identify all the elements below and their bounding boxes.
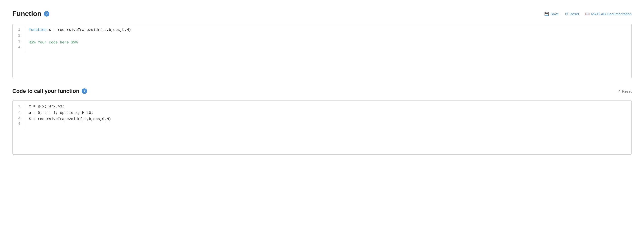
function-line-2 [29,33,626,40]
call-code-editor: 1 2 3 4 f = @(x) 4*x.^3; a = 0; b = 1; e… [12,101,632,132]
call-line-number-4: 4 [16,121,20,127]
call-line-3: S = recursiveTrapezoid(f,a,b,eps,0,M) [29,116,626,123]
function-line-3: %%% Your code here %%% [29,40,626,46]
call-reset-icon [617,89,620,94]
header-actions: Save Reset MATLAB Documentation [544,12,632,16]
header-left: Function ? [12,10,49,18]
keyword-function: function [29,28,47,32]
call-line-2: a = 0; b = 1; eps=1e-4; M=10; [29,110,626,116]
call-section-header-left: Code to call your function ? [12,88,87,94]
page-title: Function [12,10,42,18]
call-line-1: f = @(x) 4*x.^3; [29,104,626,110]
function-line-1: function s = recursiveTrapezoid(f,a,b,ep… [29,27,626,33]
call-line-number-3: 3 [16,115,20,121]
line-number-2: 2 [16,33,20,39]
save-icon [544,12,549,16]
matlab-documentation-button[interactable]: MATLAB Documentation [585,12,632,16]
function-help-icon[interactable]: ? [44,11,49,17]
function-code-content: function s = recursiveTrapezoid(f,a,b,ep… [24,27,632,52]
call-line-4 [29,123,626,129]
function-code-editor: 1 2 3 4 function s = recursiveTrapezoid(… [12,24,632,55]
line-number-3: 3 [16,39,20,45]
line-number-1: 1 [16,27,20,33]
reset-icon [565,12,568,16]
call-section-title: Code to call your function [12,88,79,94]
call-editor-container[interactable]: 1 2 3 4 f = @(x) 4*x.^3; a = 0; b = 1; e… [12,100,632,155]
call-section-header: Code to call your function ? Reset [12,88,632,94]
call-line-number-2: 2 [16,109,20,115]
call-line-number-1: 1 [16,104,20,109]
function-header: Function ? Save Reset MATLAB Documentati… [12,10,632,18]
function-editor-container[interactable]: 1 2 3 4 function s = recursiveTrapezoid(… [12,24,632,78]
call-section-reset-button[interactable]: Reset [617,89,632,94]
matlab-doc-icon [585,12,590,16]
call-section-help-icon[interactable]: ? [82,88,87,94]
function-line-numbers: 1 2 3 4 [12,27,24,52]
reset-button[interactable]: Reset [565,12,579,16]
function-line-4 [29,46,626,52]
call-code-content: f = @(x) 4*x.^3; a = 0; b = 1; eps=1e-4;… [24,104,632,129]
line-number-4: 4 [16,45,20,50]
save-button[interactable]: Save [544,12,559,16]
call-line-numbers: 1 2 3 4 [12,104,24,129]
